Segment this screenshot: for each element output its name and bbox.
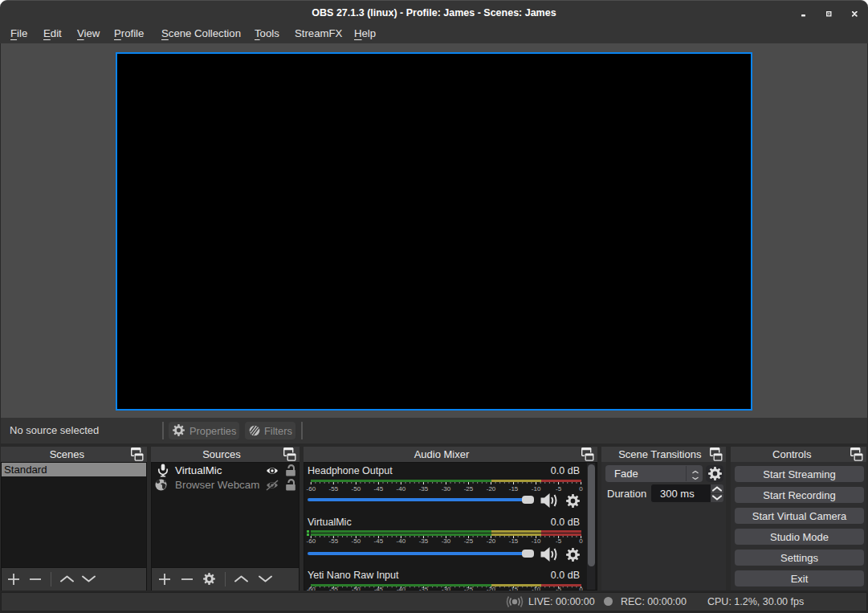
svg-text:-35: -35: [419, 537, 429, 545]
svg-text:-55: -55: [329, 485, 339, 492]
svg-text:-45: -45: [374, 485, 384, 492]
svg-text:-40: -40: [397, 485, 406, 492]
svg-text:-20: -20: [487, 485, 496, 492]
svg-text:-40: -40: [397, 537, 406, 545]
svg-text:-60: -60: [307, 537, 316, 545]
svg-text:-10: -10: [532, 537, 541, 545]
svg-text:-15: -15: [509, 485, 519, 492]
svg-text:0: 0: [579, 537, 583, 545]
svg-text:-10: -10: [532, 485, 541, 492]
svg-text:-25: -25: [464, 485, 474, 492]
svg-text:-30: -30: [442, 537, 451, 545]
svg-text:-30: -30: [442, 485, 451, 492]
svg-text:-15: -15: [509, 537, 519, 545]
svg-text:-35: -35: [419, 485, 429, 492]
svg-text:-5: -5: [556, 537, 562, 545]
svg-text:-50: -50: [352, 537, 361, 545]
svg-text:-60: -60: [307, 485, 316, 492]
svg-text:-45: -45: [374, 537, 384, 545]
svg-text:-50: -50: [352, 485, 361, 492]
svg-text:-25: -25: [464, 537, 474, 545]
svg-text:-55: -55: [329, 537, 339, 545]
svg-text:0: 0: [579, 485, 583, 492]
svg-text:-20: -20: [487, 537, 496, 545]
svg-text:-5: -5: [556, 485, 562, 492]
